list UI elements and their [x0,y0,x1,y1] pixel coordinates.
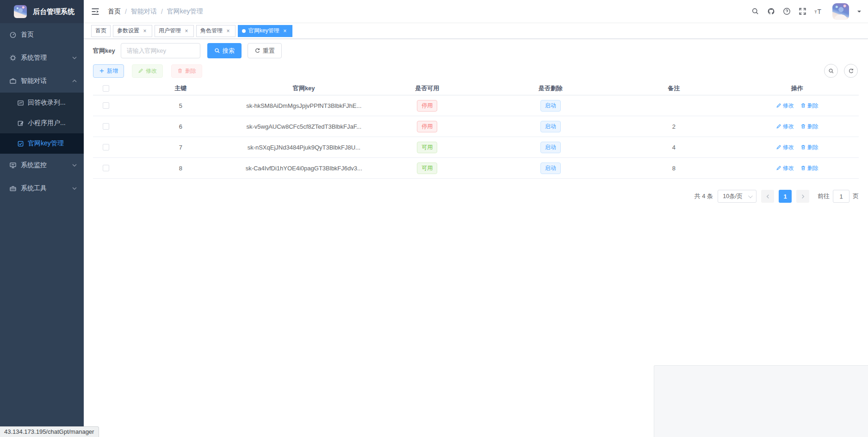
cell-remark: 8 [612,165,736,172]
row-checkbox[interactable] [103,123,109,130]
row-delete-label: 删除 [807,102,818,110]
sidebar-item-system-monitor[interactable]: 系统监控 [0,154,84,177]
deleted-badge: 启动 [540,121,561,132]
table-row: 6 sk-v5wgAUCw8CFc5cf8ZTedT3BlbkFJaF... 停… [93,116,859,137]
breadcrumb: 首页 / 智能对话 / 官网key管理 [108,7,203,16]
column-header-key: 官网key [242,84,366,93]
tags-view: 首页 参数设置× 用户管理× 角色管理× 官网key管理× [84,23,868,39]
refresh-table-button[interactable] [844,64,858,78]
tab-label: 首页 [95,27,106,35]
reset-button[interactable]: 重置 [248,43,282,58]
sidebar-submenu-smart-chat: 回答收录列... 小程序用户... 官网key管理 [0,93,84,154]
tab-role-mgmt[interactable]: 角色管理× [196,25,236,37]
fullscreen-icon[interactable] [798,7,806,16]
available-badge: 停用 [417,121,437,132]
bottom-right-panel [654,365,868,437]
sidebar-item-label: 首页 [21,31,77,39]
breadcrumb-home[interactable]: 首页 [108,7,121,16]
caret-down-icon[interactable] [857,11,861,14]
row-delete-button[interactable]: 删除 [800,144,818,151]
search-input[interactable] [121,43,200,58]
close-icon[interactable]: × [225,28,231,34]
next-page-button[interactable] [796,190,809,203]
reset-button-label: 重置 [263,47,275,55]
navbar-actions: TT [751,3,861,20]
page-jump-input[interactable] [833,190,849,203]
chevron-down-icon [748,194,753,198]
chevron-up-icon [72,78,77,84]
table-header-row: 主键 官网key 是否可用 是否删除 备注 操作 [93,81,859,95]
edit-button[interactable]: 修改 [132,64,163,78]
row-edit-label: 修改 [783,102,794,110]
close-icon[interactable]: × [142,28,148,34]
row-delete-button[interactable]: 删除 [800,123,818,131]
search-icon[interactable] [751,7,759,16]
svg-text:T: T [814,9,817,14]
row-delete-label: 删除 [807,123,818,131]
row-delete-button[interactable]: 删除 [800,164,818,172]
hamburger-icon[interactable] [91,7,100,16]
row-edit-button[interactable]: 修改 [776,102,794,110]
pencil-icon [776,144,781,150]
row-delete-button[interactable]: 删除 [800,102,818,110]
row-checkbox[interactable] [103,102,109,109]
close-icon[interactable]: × [282,28,288,34]
search-button-label: 搜索 [223,47,235,55]
help-icon[interactable] [782,7,791,16]
row-edit-button[interactable]: 修改 [776,164,794,172]
row-delete-label: 删除 [807,164,818,172]
app-screen: 后台管理系统 首页 系统管理 智能对话 回答收录列... [0,0,868,437]
sidebar-item-answer-list[interactable]: 回答收录列... [0,93,84,113]
page-content: 官网key 搜索 重置 新增 修改 [84,39,868,203]
tab-param-settings[interactable]: 参数设置× [113,25,152,37]
search-button[interactable]: 搜索 [207,43,242,58]
sidebar-logo[interactable]: 后台管理系统 [0,0,84,23]
edit-doc-icon [17,120,24,127]
sidebar-item-miniprogram-users[interactable]: 小程序用户... [0,113,84,133]
cell-key: sk-v5wgAUCw8CFc5cf8ZTedT3BlbkFJaF... [242,123,366,130]
sidebar: 后台管理系统 首页 系统管理 智能对话 回答收录列... [0,0,84,437]
trash-icon [800,144,806,150]
sidebar-item-label: 系统监控 [21,161,72,169]
row-edit-button[interactable]: 修改 [776,144,794,151]
deleted-badge: 启动 [540,162,561,174]
page-size-value: 10条/页 [723,193,742,200]
toggle-search-button[interactable] [824,64,838,78]
row-checkbox[interactable] [103,144,109,150]
sidebar-item-label: 系统管理 [21,54,72,62]
column-header-actions: 操作 [736,84,859,93]
pencil-icon [138,68,143,74]
select-all-checkbox[interactable] [103,85,109,92]
page-size-select[interactable]: 10条/页 [718,190,756,203]
row-checkbox[interactable] [103,165,109,171]
trash-icon [800,103,806,108]
prev-page-button[interactable] [761,190,774,203]
tab-key-mgmt[interactable]: 官网key管理× [238,25,292,37]
tab-home[interactable]: 首页 [91,25,111,37]
breadcrumb-parent: 智能对话 [131,7,157,16]
font-size-icon[interactable]: TT [814,7,822,16]
pencil-icon [776,165,781,171]
add-button[interactable]: 新增 [93,64,124,78]
trash-icon [177,68,183,74]
delete-button[interactable]: 删除 [171,64,202,78]
sidebar-item-label: 智能对话 [21,77,72,85]
tab-label: 官网key管理 [248,27,279,35]
github-icon[interactable] [767,7,775,16]
sidebar-item-system-mgmt[interactable]: 系统管理 [0,46,84,69]
close-icon[interactable]: × [183,28,190,34]
chevron-down-icon [72,55,77,61]
tab-user-mgmt[interactable]: 用户管理× [155,25,194,37]
column-header-available: 是否可用 [366,84,489,93]
user-avatar[interactable] [832,3,849,20]
row-edit-button[interactable]: 修改 [776,123,794,131]
sidebar-item-system-tools[interactable]: 系统工具 [0,177,84,200]
sidebar-item-home[interactable]: 首页 [0,23,84,46]
tab-label: 参数设置 [117,27,139,35]
page-number-button[interactable]: 1 [779,190,792,203]
cell-id: 5 [119,102,242,109]
sidebar-item-smart-chat[interactable]: 智能对话 [0,69,84,93]
row-edit-label: 修改 [783,164,794,172]
sidebar-item-key-mgmt[interactable]: 官网key管理 [0,133,84,154]
dashboard-icon [9,31,17,38]
